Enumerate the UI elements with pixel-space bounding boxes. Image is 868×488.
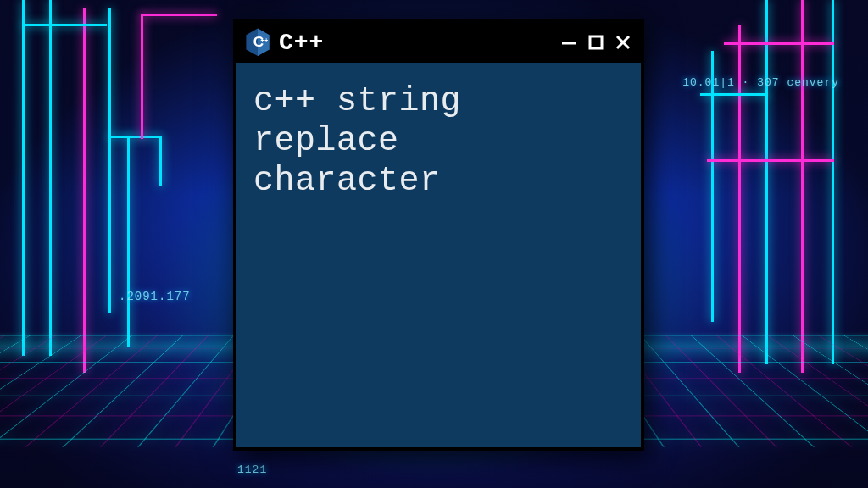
content-line: c++ string replace character: [253, 82, 461, 200]
circuit-line: [22, 24, 107, 26]
circuit-line: [700, 93, 768, 96]
window-content-text: c++ string replace character: [236, 63, 641, 220]
title-bar[interactable]: C + + C++: [236, 22, 641, 63]
circuit-line: [22, 0, 25, 356]
cpp-logo-icon: C + +: [245, 28, 270, 57]
circuit-line: [159, 136, 162, 186]
bg-deco-text: 10.01|1 · 307 cenvery: [682, 76, 839, 89]
circuit-line: [801, 0, 804, 373]
window-controls: [559, 33, 632, 52]
circuit-line: [127, 136, 130, 347]
circuit-line: [108, 136, 159, 138]
circuit-line: [832, 0, 834, 364]
svg-text:+: +: [261, 37, 264, 43]
circuit-line: [108, 8, 111, 313]
circuit-line: [141, 14, 217, 16]
bg-deco-text: .2091.177: [119, 290, 191, 303]
circuit-line: [711, 51, 714, 322]
circuit-line: [83, 8, 86, 373]
minimize-button[interactable]: [559, 33, 578, 52]
svg-text:+: +: [264, 37, 268, 43]
app-window: C + + C++ c++ string replace character: [233, 19, 644, 451]
circuit-line: [765, 0, 768, 364]
circuit-line: [141, 14, 143, 139]
circuit-line: [724, 42, 834, 45]
circuit-line: [707, 159, 834, 162]
svg-rect-6: [590, 36, 602, 48]
maximize-button[interactable]: [587, 33, 605, 52]
window-title: C++: [279, 30, 551, 56]
close-button[interactable]: [614, 33, 632, 52]
bg-deco-text: 1121: [237, 463, 267, 476]
circuit-line: [49, 0, 52, 356]
